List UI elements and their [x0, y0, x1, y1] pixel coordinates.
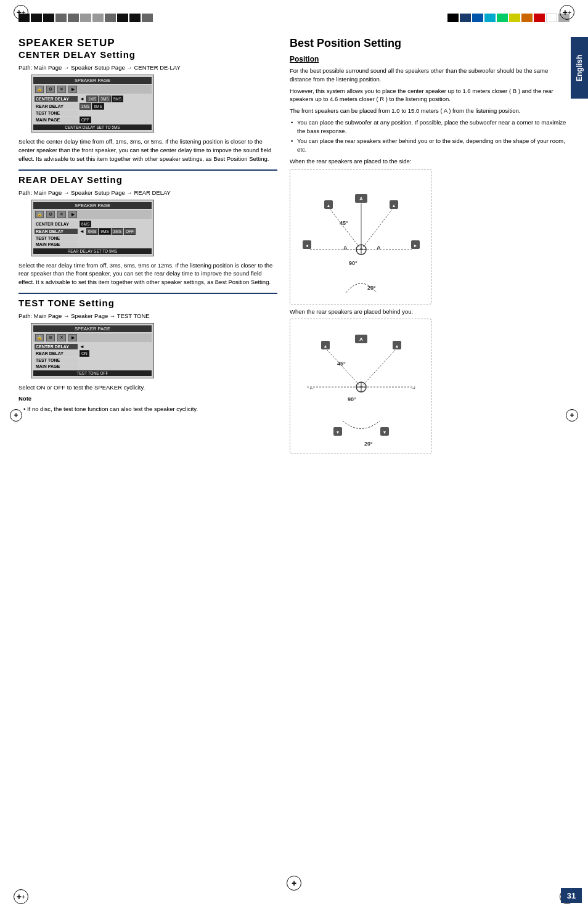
note-text: • If no disc, the test tone function can… [18, 405, 277, 414]
screen-row-test-3: TEST TONE [35, 357, 150, 363]
screen-row-main-2: MAIN PAGE [35, 242, 150, 247]
svg-line-36 [327, 350, 361, 387]
right-column: English Best Position Setting Position F… [290, 37, 570, 457]
section-center-delay: SPEAKER SETUP CENTER DELAY Setting Path:… [18, 37, 277, 163]
svg-text:▲: ▲ [327, 203, 331, 208]
screen-rear-delay: SPEAKER PAGE 🔒 ⚙ ✕ ▶ CENTER DELAY 6MS RE… [31, 200, 154, 256]
icon-close-3: ✕ [57, 334, 66, 341]
svg-text:←: ← [309, 385, 314, 391]
screen-header-1: SPEAKER PAGE [33, 77, 152, 84]
svg-text:20°: 20° [364, 441, 373, 447]
label-rear-3: REAR DELAY [35, 351, 78, 356]
bullet-2: You can place the rear speakers either b… [290, 137, 570, 154]
svg-text:◄: ◄ [305, 243, 309, 248]
label-test-2: TEST TONE [35, 235, 78, 241]
screen-row-test-1: TEST TONE [35, 110, 150, 116]
reg-mark-top-left: + [14, 5, 28, 20]
icon-next-3: ▶ [68, 334, 77, 341]
divider-1 [18, 169, 277, 171]
label-main-3: MAIN PAGE [35, 364, 78, 369]
title-rear-delay: REAR DELAY Setting [18, 174, 277, 185]
screen-row-center-delay: CENTER DELAY ◄ 1MS 3MS 5MS [35, 96, 150, 102]
screen-row-main-1: MAIN PAGE OFF [35, 116, 150, 123]
path-center-delay: Path: Main Page → Speaker Setup Page → C… [18, 64, 277, 71]
icon-next-2: ▶ [68, 211, 77, 218]
svg-text:▲: ▲ [324, 344, 328, 348]
section-test-tone: TEST TONE Setting Path: Main Page → Spea… [18, 298, 277, 414]
label-main-1: MAIN PAGE [35, 117, 78, 123]
label-rear-delay-1: REAR DELAY [35, 104, 78, 109]
svg-text:45°: 45° [340, 220, 348, 226]
icon-setup-3: ⚙ [46, 334, 55, 341]
opt-off-1: OFF [80, 116, 91, 123]
svg-text:▲: ▲ [392, 203, 396, 208]
svg-text:45°: 45° [337, 361, 346, 367]
icon-setup: ⚙ [46, 86, 55, 93]
note-label: Note [18, 395, 277, 402]
screen-icons-2: 🔒 ⚙ ✕ ▶ [33, 210, 152, 219]
screen-row-rear-3: REAR DELAY ON [35, 350, 150, 357]
icon-lock: 🔒 [35, 86, 44, 93]
svg-text:90°: 90° [348, 396, 356, 402]
svg-text:→: → [410, 385, 416, 391]
label-center-delay: CENTER DELAY [35, 96, 78, 102]
path-test-tone: Path: Main Page → Speaker Page → TEST TO… [18, 312, 277, 319]
diagram-2: A ▲ ▲ ▼ ▼ 45° 90° [290, 319, 431, 454]
screen-header-3: SPEAKER PAGE [33, 325, 152, 332]
svg-text:▲: ▲ [395, 344, 399, 348]
left-column: SPEAKER SETUP CENTER DELAY Setting Path:… [18, 37, 277, 417]
body-center-delay: Select the center delay time from off, 1… [18, 137, 277, 163]
diagram-svg-2: A ▲ ▲ ▼ ▼ 45° 90° [290, 319, 432, 455]
divider-2 [18, 293, 277, 294]
body-position-1: For the best possible surround sound all… [290, 67, 570, 84]
title-best-position: Best Position Setting [290, 37, 570, 50]
svg-line-14 [361, 210, 392, 250]
screen-status-3: TEST TONE OFF [33, 370, 152, 376]
film-strip-left [0, 14, 259, 22]
opt-9ms-r: 9MS [99, 228, 110, 235]
svg-text:A: A [359, 336, 363, 342]
icon-setup-2: ⚙ [46, 211, 55, 218]
svg-text:A: A [343, 245, 348, 251]
bottom-decorative-bar [0, 884, 588, 898]
screen-row-main-3: MAIN PAGE [35, 364, 150, 369]
top-decorative-bar [0, 11, 588, 25]
screen-icons-1: 🔒 ⚙ ✕ ▶ [33, 85, 152, 94]
arrow-center-3: ◄ [80, 344, 84, 349]
diagram2-label: When the rear speakers are placed behind… [290, 308, 570, 316]
label-center-2: CENTER DELAY [35, 221, 78, 227]
path-rear-delay: Path: Main Page → Speaker Setup Page → R… [18, 189, 277, 196]
opt-3ms: 3MS [99, 96, 110, 102]
svg-text:90°: 90° [349, 260, 357, 266]
screen-row-center-3: CENTER DELAY ◄ [35, 344, 150, 349]
title-center-delay: CENTER DELAY Setting [18, 49, 277, 60]
color-strip-right [259, 14, 588, 22]
body-rear-delay: Select the rear delay time from off, 3ms… [18, 261, 277, 287]
screen-header-2: SPEAKER PAGE [33, 202, 152, 209]
bullet-1: You can place the subwoofer at any posit… [290, 118, 570, 136]
screen-row-center-2: CENTER DELAY 6MS [35, 221, 150, 227]
screen-row-rear-delay-1: REAR DELAY 3MS 6MS [35, 103, 150, 110]
svg-line-37 [361, 350, 395, 387]
screen-row-test-2: TEST TONE [35, 235, 150, 241]
label-test-1: TEST TONE [35, 110, 78, 116]
screen-status-1: CENTER DELAY SET TO 5MS [33, 124, 152, 130]
label-rear-2: REAR DELAY [35, 229, 78, 234]
body-position-3: The front speakers can be placed from 1.… [290, 107, 570, 115]
svg-line-13 [330, 210, 361, 250]
english-tab: English [571, 37, 588, 99]
diagram-svg-1: A ▲ ▲ ◄ ► 45° 90° [290, 169, 432, 305]
screen-test-tone: SPEAKER PAGE 🔒 ⚙ ✕ ▶ CENTER DELAY ◄ REAR… [31, 323, 154, 378]
body-test-tone: Select ON or OFF to test the SPEAKER cyc… [18, 383, 277, 392]
opt-off-r: OFF [124, 228, 136, 235]
opt-on: ON [80, 350, 89, 357]
title-test-tone: TEST TONE Setting [18, 298, 277, 309]
subtitle-position: Position [290, 55, 570, 63]
section-rear-delay: REAR DELAY Setting Path: Main Page → Spe… [18, 174, 277, 287]
opt-3ms-r: 3MS [112, 228, 123, 235]
label-test-3: TEST TONE [35, 357, 78, 363]
opt-5ms: 5MS [112, 96, 123, 102]
opt-6ms-rear: 6MS [92, 103, 104, 110]
label-center-3: CENTER DELAY [35, 344, 78, 349]
screen-center-delay: SPEAKER PAGE 🔒 ⚙ ✕ ▶ CENTER DELAY ◄ 1MS … [31, 75, 154, 132]
